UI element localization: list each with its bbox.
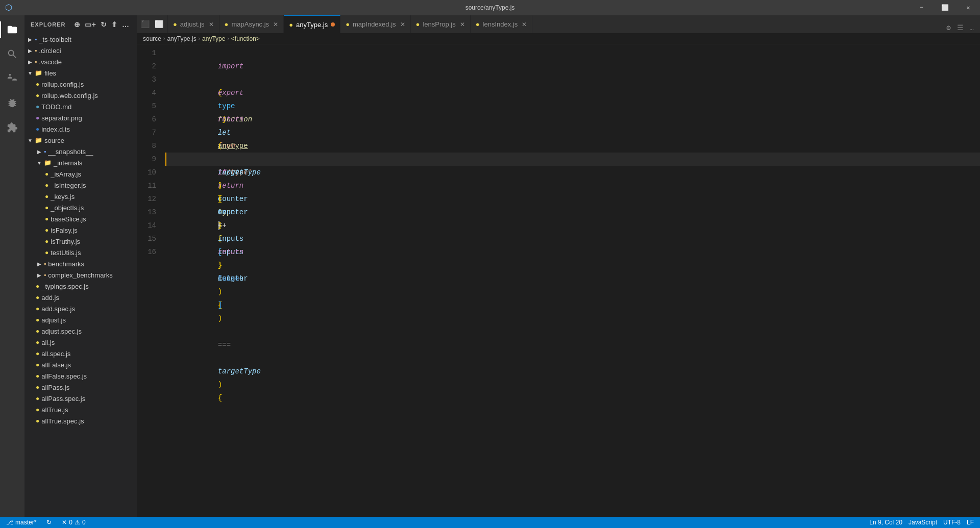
chevron-right-icon: ▶ — [27, 48, 34, 54]
tab-lensIndex[interactable]: ● lensIndex.js ✕ — [471, 15, 533, 33]
tab-mapAsync[interactable]: ● mapAsync.js ✕ — [219, 15, 284, 33]
code-line-5[interactable]: let counter = 0 — [166, 99, 980, 113]
code-line-12[interactable]: } — [166, 192, 980, 206]
explorer-icon[interactable] — [0, 17, 24, 42]
language-item[interactable]: JavaScript — [906, 517, 939, 528]
sidebar-item-adjust[interactable]: ● adjust.js — [24, 314, 137, 325]
sidebar-item-keys[interactable]: ● _keys.js — [24, 191, 137, 202]
code-line-13[interactable] — [166, 206, 980, 219]
more-actions-icon[interactable]: … — [121, 19, 131, 30]
extensions-icon[interactable] — [0, 115, 24, 140]
code-line-14[interactable]: return false — [166, 219, 980, 232]
sidebar-item-index-dts[interactable]: ● index.d.ts — [24, 123, 137, 135]
tree-item-label: allPass.js — [41, 384, 69, 391]
settings-icon[interactable]: ⚙ — [944, 22, 952, 33]
tab-close-icon[interactable]: ✕ — [209, 21, 214, 28]
line-num-16: 16 — [137, 245, 156, 259]
sidebar-item-allTrue[interactable]: ● allTrue.js — [24, 404, 137, 415]
collapse-all-icon[interactable]: ⬆ — [110, 19, 119, 30]
breadcrumb-file[interactable]: anyType.js — [167, 35, 196, 42]
sidebar-item-rollup-config[interactable]: ● rollup.config.js — [24, 79, 137, 90]
breadcrumb-function[interactable]: <function> — [231, 35, 260, 42]
sidebar-item-source[interactable]: ▼ 📁 source — [24, 135, 137, 146]
sidebar-item-allFalse[interactable]: ● allFalse.js — [24, 359, 137, 370]
search-activity-icon[interactable] — [0, 42, 24, 66]
tab-split-button[interactable]: ⬛ — [139, 19, 152, 30]
tree-item-label: __snapshots__ — [48, 148, 93, 156]
code-line-15[interactable]: } — [166, 232, 980, 245]
code-line-4[interactable]: return ( ... inputs ) => { — [166, 86, 980, 99]
tab-adjust[interactable]: ● adjust.js ✕ — [168, 15, 219, 33]
sidebar-item-snapshots[interactable]: ▶ ▪ __snapshots__ — [24, 146, 137, 157]
tab-close-icon[interactable]: ✕ — [522, 21, 527, 28]
sidebar-item-add-spec[interactable]: ● add.spec.js — [24, 303, 137, 314]
sidebar-item-allPass[interactable]: ● allPass.js — [24, 382, 137, 393]
new-folder-icon[interactable]: ▭+ — [84, 19, 97, 30]
sidebar-item-typings-spec[interactable]: ● _typings.spec.js — [24, 281, 137, 292]
close-button[interactable]: ✕ — [957, 0, 980, 15]
code-line-7[interactable]: while ( counter < inputs . length ) { — [166, 126, 980, 139]
sidebar-item-isArray[interactable]: ● _isArray.js — [24, 168, 137, 180]
position-item[interactable]: Ln 9, Col 20 — [867, 517, 904, 528]
line-ending-item[interactable]: LF — [965, 517, 976, 528]
code-line-2[interactable] — [166, 60, 980, 73]
sidebar-item-separator[interactable]: ● separator.png — [24, 112, 137, 123]
code-line-9[interactable]: return true — [165, 153, 980, 166]
tab-layout-button[interactable]: ⬜ — [153, 19, 165, 30]
refresh-icon[interactable]: ↻ — [100, 19, 108, 30]
tab-lensProp[interactable]: ● lensProp.js ✕ — [411, 15, 471, 33]
sidebar-item-circleci[interactable]: ▶ ▪ .circleci — [24, 45, 137, 56]
sidebar-item-internals[interactable]: ▼ 📁 _internals — [24, 157, 137, 168]
sidebar-item-isFalsy[interactable]: ● isFalsy.js — [24, 224, 137, 236]
sidebar-item-allPass-spec[interactable]: ● allPass.spec.js — [24, 393, 137, 404]
git-branch-item[interactable]: ⎇ master* — [4, 517, 38, 528]
tab-close-icon[interactable]: ✕ — [400, 21, 405, 28]
sidebar-item-files[interactable]: ▼ 📁 files — [24, 67, 137, 79]
breadcrumb-symbol[interactable]: anyType — [202, 35, 225, 42]
code-line-11[interactable]: counter ++ — [166, 179, 980, 192]
js-file-icon: ● — [36, 283, 39, 290]
sidebar-item-isInteger[interactable]: ● _isInteger.js — [24, 180, 137, 191]
toggle-sidebar-icon[interactable]: ☰ — [955, 22, 966, 33]
sidebar-item-add[interactable]: ● add.js — [24, 292, 137, 303]
sidebar-item-baseSlice[interactable]: ● baseSlice.js — [24, 213, 137, 224]
sidebar-item-ts-toolbelt[interactable]: ▶ ▪ _ts-toolbelt — [24, 34, 137, 45]
chevron-right-icon: ▶ — [36, 272, 43, 278]
sidebar-item-rollup-web[interactable]: ● rollup.web.config.js — [24, 90, 137, 101]
tab-close-icon[interactable]: ✕ — [273, 21, 278, 28]
sidebar-item-objectIs[interactable]: ● _objectIs.js — [24, 202, 137, 213]
tree-item-label: adjust.spec.js — [41, 328, 82, 335]
sidebar-item-all[interactable]: ● all.js — [24, 337, 137, 348]
sidebar-item-benchmarks[interactable]: ▶ ▪ benchmarks — [24, 258, 137, 269]
png-file-icon: ● — [36, 114, 39, 121]
encoding-item[interactable]: UTF-8 — [941, 517, 963, 528]
maximize-button[interactable]: ⬜ — [933, 0, 957, 15]
minimize-button[interactable]: − — [910, 0, 933, 15]
debug-icon[interactable] — [0, 91, 24, 115]
code-line-8[interactable]: if ( type ( inputs [ counter ] ) === — [166, 139, 980, 153]
tab-mapIndexed[interactable]: ● mapIndexed.js ✕ — [340, 15, 410, 33]
sidebar-item-allFalse-spec[interactable]: ● allFalse.spec.js — [24, 370, 137, 382]
errors-item[interactable]: ✕ 0 ⚠ 0 — [60, 517, 87, 528]
sync-item[interactable]: ↻ — [44, 517, 54, 528]
sidebar-item-todo[interactable]: ● TODO.md — [24, 101, 137, 112]
sidebar-item-all-spec[interactable]: ● all.spec.js — [24, 348, 137, 359]
code-line-1[interactable]: import { type } from './type' — [166, 46, 980, 60]
more-tabs-icon[interactable]: … — [968, 23, 976, 33]
sidebar-item-vscode[interactable]: ▶ ▪ .vscode — [24, 56, 137, 67]
tab-close-icon[interactable]: ✕ — [460, 21, 465, 28]
tab-anyType[interactable]: ● anyType.js — [284, 15, 340, 33]
code-line-16[interactable]: } — [166, 245, 980, 259]
code-line-3[interactable]: export function anyType ( targetType ) { — [166, 73, 980, 86]
sidebar-item-testUtils[interactable]: ● testUtils.js — [24, 247, 137, 258]
sidebar-item-isTruthy[interactable]: ● isTruthy.js — [24, 236, 137, 247]
new-file-icon[interactable]: ⊕ — [73, 19, 82, 30]
code-editor[interactable]: 1 2 3 4 5 6 7 8 9 10 11 12 13 14 15 16 — [137, 44, 980, 517]
sidebar-item-complex-benchmarks[interactable]: ▶ ▪ complex_benchmarks — [24, 269, 137, 281]
code-line-10[interactable]: } — [166, 166, 980, 179]
sidebar-item-adjust-spec[interactable]: ● adjust.spec.js — [24, 325, 137, 337]
sidebar-item-allTrue-spec[interactable]: ● allTrue.spec.js — [24, 415, 137, 426]
source-control-icon[interactable] — [0, 66, 24, 91]
breadcrumb-source[interactable]: source — [143, 35, 161, 42]
code-line-6[interactable] — [166, 113, 980, 126]
